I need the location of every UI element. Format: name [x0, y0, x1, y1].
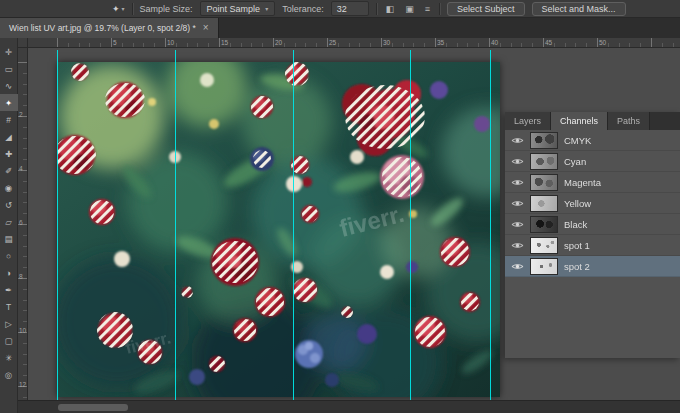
ruler-number: 10	[19, 327, 26, 334]
ruler-number: 4	[19, 165, 23, 172]
channel-thumbnail	[530, 153, 558, 170]
channel-label: Black	[564, 219, 587, 230]
channel-label: Magenta	[564, 177, 601, 188]
horizontal-scrollbar[interactable]	[58, 404, 128, 411]
tab-layers[interactable]: Layers	[505, 112, 551, 130]
anti-alias-icon[interactable]: ◧	[384, 4, 397, 14]
ruler-number: 45	[545, 39, 552, 47]
visibility-eye-icon[interactable]	[511, 136, 524, 145]
visibility-eye-icon[interactable]	[511, 178, 524, 187]
sample-size-dropdown[interactable]: Point Sample ▾	[200, 1, 276, 16]
channel-label: spot 2	[564, 261, 590, 272]
channel-row-cmyk[interactable]: CMYK	[505, 130, 680, 151]
blur-tool-button[interactable]: ○	[0, 247, 18, 264]
ruler-number: 8	[19, 273, 23, 280]
zoom-tool-button[interactable]: ◎	[0, 366, 18, 383]
ruler-corner	[18, 38, 28, 48]
ruler-number: 15	[221, 39, 228, 47]
channel-thumbnail	[530, 237, 558, 254]
channel-thumbnail	[530, 132, 558, 149]
document-tab-bar: Wien list UV art.jpg @ 19.7% (Layer 0, s…	[0, 18, 680, 38]
ruler-number: 12	[19, 381, 26, 388]
crop-tool-button[interactable]: #	[0, 111, 18, 128]
visibility-eye-icon[interactable]	[511, 157, 524, 166]
ruler-number: 5	[113, 39, 117, 47]
gradient-tool-button[interactable]: ▤	[0, 230, 18, 247]
select-subject-button[interactable]: Select Subject	[447, 2, 525, 16]
document-canvas[interactable]: fiverr. fiverr.	[57, 62, 500, 397]
visibility-eye-icon[interactable]	[511, 262, 524, 271]
channel-label: spot 1	[564, 240, 590, 251]
divider	[376, 3, 377, 15]
select-and-mask-button[interactable]: Select and Mask...	[532, 2, 626, 16]
floral-artwork-image: fiverr. fiverr.	[57, 62, 500, 397]
healing-brush-tool-button[interactable]: ✚	[0, 145, 18, 162]
magic-wand-preset-icon: ✦	[112, 4, 120, 14]
contiguous-icon[interactable]: ▣	[403, 4, 416, 14]
visibility-eye-icon[interactable]	[511, 241, 524, 250]
shape-tool-button[interactable]: ▢	[0, 332, 18, 349]
channel-thumbnail	[530, 216, 558, 233]
sample-size-value: Point Sample	[207, 4, 261, 14]
channel-label: Yellow	[564, 198, 591, 209]
panel-tab-bar: Layers Channels Paths	[505, 112, 680, 130]
ruler-number: 30	[383, 39, 390, 47]
tab-paths[interactable]: Paths	[608, 112, 650, 130]
ruler-number: 6	[19, 219, 23, 226]
magic-wand-tool-button[interactable]: ✦	[0, 94, 18, 111]
sample-all-layers-icon[interactable]: ≡	[423, 4, 432, 14]
lasso-tool-button[interactable]: ∿	[0, 77, 18, 94]
channel-thumbnail	[530, 174, 558, 191]
channel-row-black[interactable]: Black	[505, 214, 680, 235]
tolerance-input[interactable]: 32	[331, 1, 369, 16]
dodge-tool-button[interactable]: ◑	[0, 264, 18, 281]
visibility-eye-icon[interactable]	[511, 199, 524, 208]
eraser-tool-button[interactable]: ▱	[0, 213, 18, 230]
channel-row-yellow[interactable]: Yellow	[505, 193, 680, 214]
channel-thumbnail	[530, 195, 558, 212]
chevron-down-icon: ▾	[265, 5, 268, 12]
brush-tool-button[interactable]: ✐	[0, 162, 18, 179]
channel-row-cyan[interactable]: Cyan	[505, 151, 680, 172]
guide-vertical[interactable]	[175, 50, 176, 400]
history-brush-tool-button[interactable]: ↺	[0, 196, 18, 213]
ruler-number: 40	[491, 39, 498, 47]
divider	[132, 3, 133, 15]
eyedropper-tool-button[interactable]: ◢	[0, 128, 18, 145]
channel-thumbnail	[530, 258, 558, 275]
document-tab[interactable]: Wien list UV art.jpg @ 19.7% (Layer 0, s…	[0, 18, 219, 38]
ruler-number: 50	[599, 39, 606, 47]
channels-panel: Layers Channels Paths CMYK Cyan Magenta …	[505, 112, 680, 358]
channel-label: CMYK	[564, 135, 591, 146]
move-tool-button[interactable]: ✛	[0, 43, 18, 60]
pen-tool-button[interactable]: ✒	[0, 281, 18, 298]
panel-tab-filler	[650, 112, 680, 130]
guide-vertical[interactable]	[293, 50, 294, 400]
ruler-number: 35	[437, 39, 444, 47]
document-title: Wien list UV art.jpg @ 19.7% (Layer 0, s…	[9, 23, 196, 33]
channel-row-spot-2[interactable]: spot 2	[505, 256, 680, 277]
type-tool-button[interactable]: T	[0, 298, 18, 315]
channel-label: Cyan	[564, 156, 586, 167]
close-tab-icon[interactable]: ×	[203, 23, 209, 33]
marquee-tool-button[interactable]: ▭	[0, 60, 18, 77]
ruler-number: 2	[19, 111, 23, 118]
tool-preset-dropdown[interactable]: ✦ ▾	[112, 4, 125, 14]
tolerance-label: Tolerance:	[282, 4, 324, 14]
visibility-eye-icon[interactable]	[511, 220, 524, 229]
channel-row-magenta[interactable]: Magenta	[505, 172, 680, 193]
guide-vertical[interactable]	[410, 50, 411, 400]
channel-row-spot-1[interactable]: spot 1	[505, 235, 680, 256]
tab-channels[interactable]: Channels	[551, 112, 608, 130]
tool-options-bar: ✦ ▾ Sample Size: Point Sample ▾ Toleranc…	[0, 0, 680, 18]
hand-tool-button[interactable]: ✳	[0, 349, 18, 366]
guide-vertical[interactable]	[490, 50, 491, 400]
toolbox: ✛ ▭ ∿ ✦ # ◢ ✚ ✐ ◉ ↺ ▱ ▤ ○ ◑ ✒ T ▷ ▢ ✳ ◎	[0, 38, 18, 413]
guide-vertical[interactable]	[57, 50, 58, 400]
clone-stamp-tool-button[interactable]: ◉	[0, 179, 18, 196]
status-bar	[18, 400, 680, 413]
ruler-number: 20	[275, 39, 282, 47]
photoshop-window: ✦ ▾ Sample Size: Point Sample ▾ Toleranc…	[0, 0, 680, 413]
path-selection-tool-button[interactable]: ▷	[0, 315, 18, 332]
ruler-number: 10	[167, 39, 174, 47]
